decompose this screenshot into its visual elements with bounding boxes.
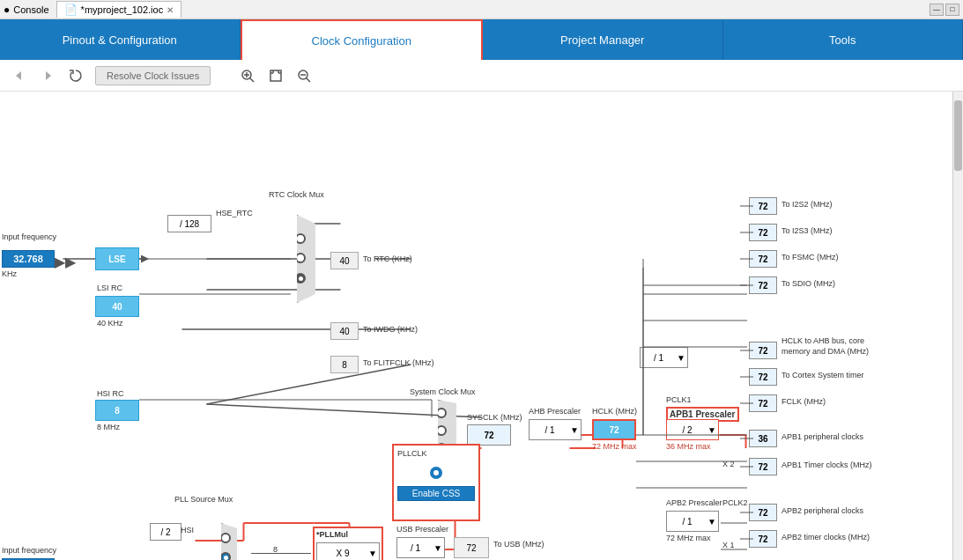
rtc-mux[interactable] — [291, 215, 322, 303]
ahb-label: AHB Prescaler — [529, 407, 581, 416]
pll-mul-container: *PLLMul X 9 ▼ — [313, 527, 383, 560]
vertical-scrollbar[interactable] — [952, 92, 963, 560]
back-button[interactable] — [7, 63, 32, 88]
apb1-timer-value[interactable]: 72 — [749, 458, 777, 475]
pll-selected-radio[interactable] — [430, 467, 442, 479]
ahb-prescaler[interactable]: / 1 ▼ — [529, 419, 582, 440]
hclk-value[interactable]: 72 — [592, 419, 636, 440]
input-freq-value[interactable]: 32.768 — [2, 250, 55, 268]
file-tab[interactable]: 📄 *myproject_102.ioc ✕ — [56, 1, 182, 18]
fclk-value[interactable]: 72 — [749, 394, 777, 412]
pll-radio-hse[interactable] — [220, 552, 231, 560]
resolve-clock-button[interactable]: Resolve Clock Issues — [95, 66, 211, 85]
pllclk-label: PLLCLK — [397, 449, 475, 458]
lsi-unit: 40 KHz — [97, 319, 123, 328]
file-tab-label: *myproject_102.ioc — [81, 4, 164, 15]
apb1-prescaler[interactable]: / 2 ▼ — [666, 419, 719, 440]
fclk-label: FCLK (MHz) — [782, 397, 826, 406]
svg-line-1 — [250, 77, 255, 82]
pll-mul-select[interactable]: X 9 ▼ — [316, 542, 380, 560]
cortex-label: To Cortex System timer — [782, 371, 864, 379]
rtc-unit: To RTC (KHz) — [363, 254, 412, 263]
fit-button[interactable] — [263, 63, 288, 88]
tab-project[interactable]: Project Manager — [483, 19, 723, 60]
maximize-button[interactable]: □ — [945, 4, 959, 16]
apb1-periph-label: APB1 peripheral clocks — [782, 432, 863, 441]
rtc-radio-lsi[interactable] — [295, 273, 306, 284]
apb2-periph-value[interactable]: 72 — [749, 504, 777, 521]
hclk-ahb-label: HCLK to AHB bus, core memory and DMA (MH… — [782, 336, 870, 357]
file-icon: 📄 — [64, 4, 78, 16]
refresh-button[interactable] — [63, 63, 88, 88]
pll-mux-label: PLL Source Mux — [174, 495, 233, 504]
pclk1-value[interactable]: 36 — [749, 430, 777, 447]
usb-prescaler-label: USB Prescaler — [396, 525, 448, 534]
apb1-x2: X 2 — [722, 460, 735, 468]
rtc-radio-lse[interactable] — [295, 253, 306, 263]
sys-mux-label: System Clock Mux — [410, 387, 476, 396]
sdio2-value[interactable]: 72 — [749, 276, 777, 294]
hsi-div2: / 2 — [150, 523, 181, 541]
scrollbar-thumb[interactable] — [954, 100, 962, 171]
enable-css-button[interactable]: Enable CSS — [397, 486, 475, 501]
i2s2-unit: To I2S2 (MHz) — [782, 200, 833, 209]
cortex-value[interactable]: 72 — [749, 368, 777, 386]
sysclk-value[interactable]: 72 — [467, 424, 511, 446]
input-freq2-label: Input frequency — [2, 546, 56, 555]
sdio2-unit: To SDIO (MHz) — [782, 279, 835, 288]
tab-clock-label: Clock Configuration — [312, 34, 411, 48]
lse-box: LSE — [95, 247, 139, 270]
pclk2-label: PCLK2 — [722, 498, 748, 507]
hse-div128[interactable]: / 128 — [167, 215, 211, 232]
apb1-timer-label: APB1 Timer clocks (MHz) — [782, 461, 872, 469]
lsi-label: LSI RC — [97, 284, 122, 292]
forward-button[interactable] — [35, 63, 60, 88]
usb-value[interactable]: 72 — [454, 537, 489, 558]
pll-hsi-label: HSI — [181, 526, 194, 534]
input-freq-label: Input frequency — [2, 232, 56, 241]
minimize-button[interactable]: — — [930, 4, 944, 16]
sys-radio-hse[interactable] — [436, 425, 447, 436]
usb-prescaler[interactable]: / 1 ▼ — [396, 537, 445, 558]
rtc-value[interactable]: 40 — [330, 252, 359, 269]
hsi-label: HSI RC — [97, 389, 124, 398]
hclk-ahb-value[interactable]: 72 — [749, 342, 777, 359]
tab-tools[interactable]: Tools — [723, 19, 964, 60]
tab-pinout[interactable]: Pinout & Configuration — [0, 19, 241, 60]
i2s2-value[interactable]: 72 — [749, 197, 777, 215]
file-tab-close[interactable]: ✕ — [167, 5, 174, 15]
title-tabs: 📄 *myproject_102.ioc ✕ — [56, 1, 182, 18]
fsmc-value[interactable]: 72 — [749, 250, 777, 268]
sysclk-label: SYSCLK (MHz) — [467, 413, 522, 422]
main-connectors — [0, 180, 749, 558]
hsi-unit: 8 MHz — [97, 423, 120, 431]
pll-mux[interactable] — [216, 523, 242, 560]
tab-project-label: Project Manager — [560, 33, 644, 47]
hsi-box: 8 — [95, 400, 139, 421]
pll-radio-container — [397, 467, 475, 479]
zoom-out-button[interactable] — [292, 63, 316, 88]
rtc-mux-label: RTC Clock Mux — [269, 190, 324, 199]
div1-ahb[interactable]: / 1 ▼ — [640, 347, 688, 368]
diagram-lines — [0, 92, 963, 560]
apb2-prescaler[interactable]: / 1 ▼ — [666, 511, 719, 532]
lsi-box: 40 — [95, 296, 139, 317]
apb2-periph-label: APB2 peripheral clocks — [782, 506, 863, 515]
usb-unit: To USB (MHz) — [493, 540, 544, 549]
i2s3-value[interactable]: 72 — [749, 224, 777, 241]
flit-value[interactable]: 8 — [330, 356, 359, 373]
i2s3-unit: To I2S3 (MHz) — [782, 226, 833, 235]
tab-clock[interactable]: Clock Configuration — [241, 19, 484, 60]
apb2-timer-value[interactable]: 72 — [749, 530, 777, 548]
pll-radio-hsi[interactable] — [220, 533, 231, 543]
input-freq-unit: KHz — [2, 269, 17, 278]
pclk1-label: PCLK1 — [666, 395, 692, 404]
hclk-label: HCLK (MHz) — [592, 407, 637, 416]
apb2-x1: X 1 — [722, 541, 735, 549]
iwdg-value[interactable]: 40 — [330, 322, 359, 340]
rtc-radio-hse[interactable] — [295, 233, 306, 244]
zoom-in-button[interactable] — [235, 63, 260, 88]
flit-unit: To FLITFCLK (MHz) — [363, 358, 434, 367]
hse-rtc-label: HSE_RTC — [216, 209, 253, 217]
sys-radio-hsi[interactable] — [436, 408, 447, 418]
